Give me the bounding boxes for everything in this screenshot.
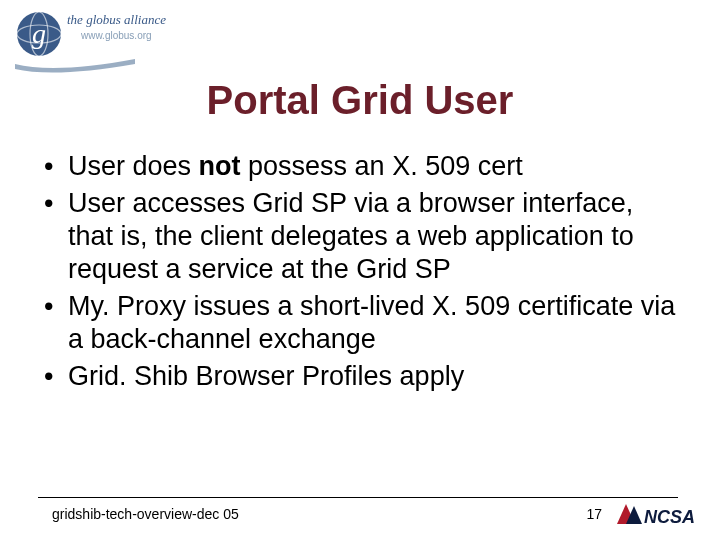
bullet-item: User does not possess an X. 509 cert [68, 150, 680, 183]
footer-left-text: gridshib-tech-overview-dec 05 [52, 506, 239, 522]
bullet-item: My. Proxy issues a short-lived X. 509 ce… [68, 290, 680, 356]
bullet-item: User accesses Grid SP via a browser inte… [68, 187, 680, 286]
slide-title: Portal Grid User [0, 78, 720, 123]
logo-swoosh-icon [15, 56, 135, 76]
globus-g-icon: g [15, 10, 63, 58]
body-text: User does not possess an X. 509 cert Use… [40, 150, 680, 397]
logo-top-text: the globus alliance [67, 13, 166, 26]
bullet-text-pre: My. Proxy issues a short-lived X. 509 ce… [68, 291, 675, 354]
ncsa-triangles-icon [617, 504, 642, 524]
ncsa-text: NCSA [644, 507, 695, 527]
footer-divider [38, 497, 678, 498]
bullet-text-bold: not [199, 151, 241, 181]
bullet-text-post: possess an X. 509 cert [241, 151, 523, 181]
page-number: 17 [586, 506, 602, 522]
svg-text:g: g [32, 18, 46, 49]
bullet-text-pre: Grid. Shib Browser Profiles apply [68, 361, 464, 391]
bullet-text-pre: User accesses Grid SP via a browser inte… [68, 188, 634, 284]
globus-logo: g the globus alliance www.globus.org [15, 8, 235, 58]
bullet-list: User does not possess an X. 509 cert Use… [40, 150, 680, 393]
bullet-item: Grid. Shib Browser Profiles apply [68, 360, 680, 393]
ncsa-logo: NCSA [614, 498, 704, 530]
slide: g the globus alliance www.globus.org Por… [0, 0, 720, 540]
logo-url-text: www.globus.org [81, 30, 152, 41]
bullet-text-pre: User does [68, 151, 199, 181]
